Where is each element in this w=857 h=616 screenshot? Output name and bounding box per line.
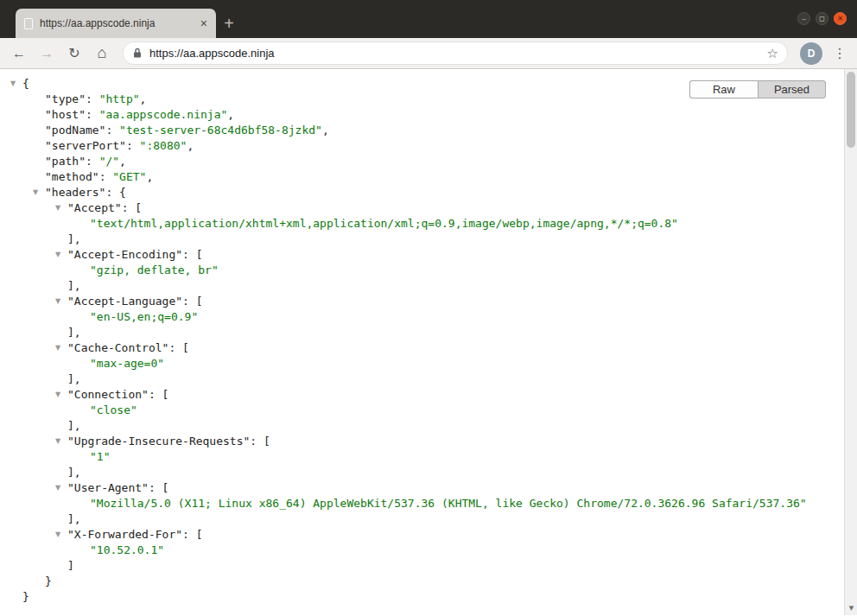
json-line: "podName": "test-server-68c4d6bf58-8jzkd… xyxy=(0,123,857,138)
json-punctuation: ], xyxy=(67,325,81,340)
page-content: ▼{"type": "http","host": "aa.appscode.ni… xyxy=(0,69,857,615)
address-bar[interactable]: https://aa.appscode.ninja ☆ xyxy=(123,41,788,65)
json-line: "path": "/", xyxy=(0,154,857,169)
json-line: "gzip, deflate, br" xyxy=(0,263,857,278)
json-colon: : xyxy=(182,247,196,263)
json-punctuation: [ xyxy=(196,527,203,543)
collapse-toggle-icon[interactable]: ▼ xyxy=(54,387,67,403)
json-punctuation: [ xyxy=(135,200,142,216)
json-punctuation: ] xyxy=(67,558,74,574)
collapse-toggle-icon[interactable]: ▼ xyxy=(54,200,67,216)
json-line: ], xyxy=(0,465,857,480)
json-line: "10.52.0.1" xyxy=(0,543,857,558)
browser-toolbar: ← → ↻ ⌂ https://aa.appscode.ninja ☆ D ⋮ xyxy=(0,38,857,69)
json-punctuation: , xyxy=(322,123,329,138)
json-colon: : xyxy=(86,107,99,123)
json-line: "host": "aa.appscode.ninja", xyxy=(0,107,857,123)
json-line: ], xyxy=(0,278,857,294)
new-tab-button[interactable]: + xyxy=(216,9,242,38)
json-colon: : xyxy=(149,387,162,403)
json-punctuation: ], xyxy=(67,465,81,480)
json-punctuation: ], xyxy=(67,418,81,434)
home-button[interactable]: ⌂ xyxy=(90,41,114,66)
json-colon: : xyxy=(250,434,263,449)
json-colon: : xyxy=(182,294,196,309)
collapse-toggle-icon[interactable]: ▼ xyxy=(54,294,67,309)
json-punctuation: [ xyxy=(162,387,169,403)
json-line: ▼"Accept": [ xyxy=(0,200,857,216)
json-key: "path" xyxy=(45,154,86,169)
parsed-button[interactable]: Parsed xyxy=(758,80,826,98)
collapse-toggle-icon[interactable]: ▼ xyxy=(54,247,67,263)
collapse-toggle-icon[interactable]: ▼ xyxy=(31,185,45,200)
bookmark-star-icon[interactable]: ☆ xyxy=(767,46,778,61)
json-punctuation: ], xyxy=(67,278,81,294)
json-key: "method" xyxy=(45,169,99,185)
json-key: "User-Agent" xyxy=(67,480,149,496)
window-titlebar: https://aa.appscode.ninja × + – ◻ ✕ xyxy=(0,0,857,38)
window-minimize-button[interactable]: – xyxy=(797,12,810,25)
json-line: ], xyxy=(0,325,857,340)
json-key: "Connection" xyxy=(67,387,149,403)
tab-close-icon[interactable]: × xyxy=(200,17,207,29)
json-colon: : xyxy=(86,92,99,107)
json-key: "Upgrade-Insecure-Requests" xyxy=(67,434,250,449)
json-key: "Accept-Language" xyxy=(67,294,182,309)
window-maximize-button[interactable]: ◻ xyxy=(816,12,828,25)
window-controls: – ◻ ✕ xyxy=(797,12,847,25)
json-colon: : xyxy=(105,185,119,200)
json-line: ▼"X-Forwarded-For": [ xyxy=(0,527,857,543)
json-line: ▼"Upgrade-Insecure-Requests": [ xyxy=(0,434,857,449)
json-punctuation: [ xyxy=(196,247,203,263)
json-punctuation: [ xyxy=(263,434,270,449)
raw-button[interactable]: Raw xyxy=(689,80,758,98)
json-punctuation: , xyxy=(146,169,153,185)
json-string-value: "Mozilla/5.0 (X11; Linux x86_64) AppleWe… xyxy=(90,496,807,511)
collapse-toggle-icon[interactable]: ▼ xyxy=(54,480,67,496)
json-key: "podName" xyxy=(45,123,105,138)
json-line: "serverPort": ":8080", xyxy=(0,138,857,154)
back-button[interactable]: ← xyxy=(7,41,31,66)
json-punctuation: } xyxy=(45,574,52,589)
json-punctuation: , xyxy=(187,138,194,154)
forward-button[interactable]: → xyxy=(35,41,59,66)
json-string-value: ":8080" xyxy=(140,138,187,154)
browser-menu-icon[interactable]: ⋮ xyxy=(829,41,850,66)
secure-lock-icon xyxy=(132,48,143,59)
json-key: "host" xyxy=(45,107,86,123)
scroll-down-icon[interactable]: ▼ xyxy=(845,602,857,614)
json-string-value: "aa.appscode.ninja" xyxy=(99,107,228,123)
collapse-toggle-icon[interactable]: ▼ xyxy=(54,340,67,356)
json-line: "method": "GET", xyxy=(0,169,857,185)
scrollbar[interactable]: ▼ xyxy=(844,69,857,615)
scrollbar-thumb[interactable] xyxy=(847,72,855,148)
browser-tab[interactable]: https://aa.appscode.ninja × xyxy=(16,9,216,38)
json-punctuation: { xyxy=(119,185,126,200)
json-string-value: "close" xyxy=(90,403,137,418)
json-line: "text/html,application/xhtml+xml,applica… xyxy=(0,216,857,232)
json-line: ▼"Accept-Encoding": [ xyxy=(0,247,857,263)
url-text[interactable]: https://aa.appscode.ninja xyxy=(149,47,760,60)
profile-avatar[interactable]: D xyxy=(800,42,822,65)
collapse-toggle-icon[interactable]: ▼ xyxy=(54,434,67,449)
json-tree: ▼{"type": "http","host": "aa.appscode.ni… xyxy=(0,69,857,605)
json-punctuation: [ xyxy=(182,340,189,356)
json-string-value: "/" xyxy=(99,154,119,169)
reload-button[interactable]: ↻ xyxy=(62,41,86,66)
window-close-button[interactable]: ✕ xyxy=(834,12,847,25)
json-colon: : xyxy=(182,527,196,543)
json-colon: : xyxy=(168,340,182,356)
json-punctuation: , xyxy=(140,92,147,107)
json-line: ], xyxy=(0,372,857,387)
json-colon: : xyxy=(149,480,162,496)
json-colon: : xyxy=(99,169,113,185)
json-punctuation: , xyxy=(119,154,126,169)
view-switch: Raw Parsed xyxy=(689,80,826,98)
json-key: "Accept-Encoding" xyxy=(67,247,182,263)
json-line: } xyxy=(0,574,857,589)
json-key: "X-Forwarded-For" xyxy=(67,527,182,543)
json-line: "en-US,en;q=0.9" xyxy=(0,309,857,325)
json-string-value: "gzip, deflate, br" xyxy=(90,263,219,278)
collapse-toggle-icon[interactable]: ▼ xyxy=(9,76,22,92)
collapse-toggle-icon[interactable]: ▼ xyxy=(54,527,67,543)
